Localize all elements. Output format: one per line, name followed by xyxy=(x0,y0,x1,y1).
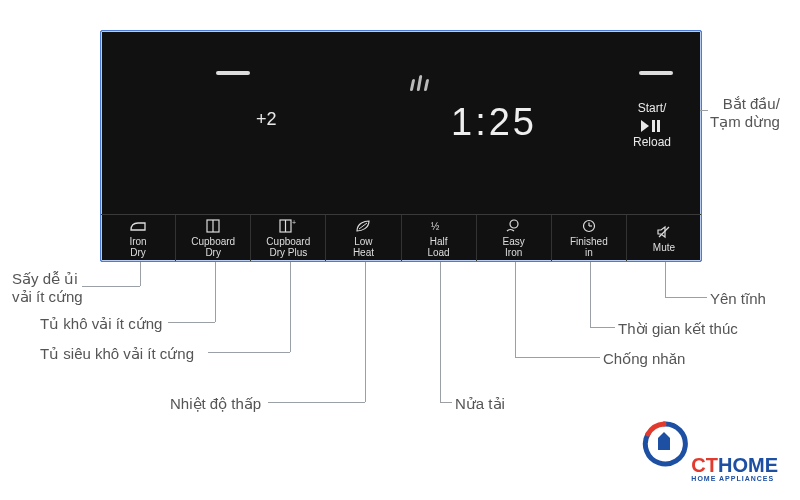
callout-mute: Yên tĩnh xyxy=(710,290,766,307)
leader xyxy=(665,297,707,298)
leader xyxy=(140,262,141,286)
btn-half-load[interactable]: ½ Half Load xyxy=(402,215,477,261)
leader xyxy=(700,110,708,111)
leader xyxy=(515,357,600,358)
callout-start-pause: Bắt đầu/ Tạm dừng xyxy=(710,95,780,131)
callout-cupboard-dry-plus: Tủ siêu khô vải ít cứng xyxy=(40,345,194,363)
callout-easy-iron: Chống nhăn xyxy=(603,350,685,368)
play-pause-icon xyxy=(617,118,687,133)
leader xyxy=(365,262,366,402)
diagram-stage: CTHOME HOME APPLIANCES +2 1:25 Start/ xyxy=(0,0,800,500)
btn-cupboard-dry-plus[interactable]: + Cupboard Dry Plus xyxy=(251,215,326,261)
svg-point-10 xyxy=(510,220,518,228)
leader xyxy=(208,352,290,353)
btn-cupboard-dry[interactable]: Cupboard Dry xyxy=(176,215,251,261)
button-row: Iron Dry Cupboard Dry + Cupboard Dry Plu… xyxy=(101,215,701,261)
leader xyxy=(590,262,591,327)
logo-text-right: HOME xyxy=(718,454,778,476)
btn-label: Low Heat xyxy=(353,236,374,258)
svg-text:½: ½ xyxy=(431,221,440,232)
btn-label: Cupboard Dry Plus xyxy=(266,236,310,258)
btn-label: Finished in xyxy=(570,236,608,258)
btn-label: Iron Dry xyxy=(129,236,146,258)
btn-iron-dry[interactable]: Iron Dry xyxy=(101,215,176,261)
btn-label: Easy Iron xyxy=(503,236,525,258)
time-value: 1:25 xyxy=(451,101,537,143)
svg-line-14 xyxy=(659,227,669,237)
dry-level-adjust: +2 xyxy=(256,109,277,130)
svg-marker-0 xyxy=(641,120,649,132)
reload-label: Reload xyxy=(617,135,687,150)
cupboard-plus-icon: + xyxy=(279,218,297,234)
leader xyxy=(290,262,291,352)
display-area: +2 1:25 Start/ Reload xyxy=(101,31,701,215)
btn-label: Mute xyxy=(653,242,675,253)
callout-iron-dry: Sấy dễ ủi vải ít cứng xyxy=(12,270,83,306)
btn-finished-in[interactable]: Finished in xyxy=(552,215,627,261)
clock-icon xyxy=(582,218,596,234)
leader xyxy=(590,327,615,328)
logo-swirl-icon xyxy=(640,420,688,468)
callout-finished-in: Thời gian kết thúc xyxy=(618,320,738,338)
btn-mute[interactable]: Mute xyxy=(627,215,701,261)
leader xyxy=(268,402,365,403)
half-load-icon: ½ xyxy=(431,218,447,234)
callout-low-heat: Nhiệt độ thấp xyxy=(170,395,261,413)
control-panel: +2 1:25 Start/ Reload xyxy=(100,30,702,262)
btn-easy-iron[interactable]: Easy Iron xyxy=(477,215,552,261)
svg-text:+: + xyxy=(292,219,296,226)
svg-rect-1 xyxy=(652,120,655,132)
heat-indicator-icon xyxy=(411,73,431,91)
leader xyxy=(168,322,215,323)
leaf-icon xyxy=(355,218,371,234)
brand-logo: CTHOME HOME APPLIANCES xyxy=(691,454,778,482)
btn-label: Half Load xyxy=(427,236,449,258)
btn-low-heat[interactable]: Low Heat xyxy=(326,215,401,261)
mute-icon xyxy=(656,224,672,240)
leader xyxy=(215,262,216,322)
iron-icon xyxy=(129,218,147,234)
btn-label: Cupboard Dry xyxy=(191,236,235,258)
callout-cupboard-dry: Tủ khô vải ít cứng xyxy=(40,315,162,333)
svg-rect-2 xyxy=(657,120,660,132)
leader xyxy=(82,286,140,287)
time-remaining: 1:25 xyxy=(451,101,537,144)
easy-iron-icon xyxy=(505,218,523,234)
leader xyxy=(440,262,441,402)
cupboard-icon xyxy=(206,218,220,234)
minus-indicator-left xyxy=(216,71,250,75)
start-label: Start/ xyxy=(617,101,687,116)
logo-subtext: HOME APPLIANCES xyxy=(691,475,778,482)
leader xyxy=(665,262,666,297)
minus-indicator-right xyxy=(639,71,673,75)
callout-half-load: Nửa tải xyxy=(455,395,505,413)
leader xyxy=(515,262,516,357)
leader xyxy=(440,402,452,403)
start-pause-block[interactable]: Start/ Reload xyxy=(617,101,687,150)
logo-text-left: CT xyxy=(691,454,718,476)
